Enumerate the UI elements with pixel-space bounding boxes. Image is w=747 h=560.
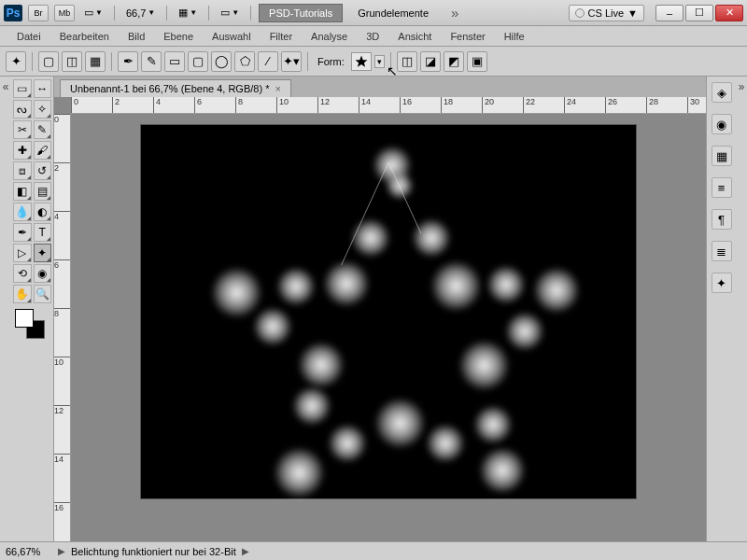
right-panel-strip: ◈ ◉ ▦ ≡ ¶ ≣ ✦ xyxy=(706,77,736,541)
tool-eyedropper[interactable]: ✎ xyxy=(34,120,52,139)
svg-marker-0 xyxy=(355,55,367,66)
tool-wand[interactable]: ✧ xyxy=(34,100,52,119)
document-tab[interactable]: Unbenannt-1 bei 66,7% (Ebene 4, RGB/8) *… xyxy=(60,79,291,97)
status-message: Belichtung funktioniert nur bei 32-Bit xyxy=(71,546,236,557)
panel-presets-icon[interactable]: ✦ xyxy=(712,273,732,293)
menu-bar: Datei Bearbeiten Bild Ebene Auswahl Filt… xyxy=(0,26,747,47)
screen-mode-dropdown[interactable]: ▭▼ xyxy=(80,5,106,21)
zoom-dropdown[interactable]: 66,7▼ xyxy=(122,6,159,21)
panel-adjustments-icon[interactable]: ≡ xyxy=(712,177,732,198)
menu-ebene[interactable]: Ebene xyxy=(154,28,203,45)
pen-icon[interactable]: ✒ xyxy=(118,51,138,72)
color-swatches[interactable] xyxy=(13,307,49,339)
menu-auswahl[interactable]: Auswahl xyxy=(203,28,261,45)
left-collapse-strip[interactable]: « xyxy=(0,77,11,541)
tool-blur[interactable]: 💧 xyxy=(13,203,32,221)
minimize-button[interactable]: – xyxy=(655,5,684,21)
tool-type[interactable]: T xyxy=(34,223,52,242)
custom-shape-icon[interactable]: ✦▾ xyxy=(281,51,302,72)
menu-bearbeiten[interactable]: Bearbeiten xyxy=(50,28,119,45)
tool-gradient[interactable]: ▤ xyxy=(34,182,52,201)
menu-analyse[interactable]: Analyse xyxy=(302,28,357,45)
canvas[interactable] xyxy=(141,125,636,498)
options-bar: ✦ ▢ ◫ ▦ ✒ ✎ ▭ ▢ ◯ ⬠ ∕ ✦▾ Form: ▾ ◫ ◪ ◩ ▣ xyxy=(0,47,747,77)
fill-pixels-icon[interactable]: ▦ xyxy=(85,51,106,72)
polygon-icon[interactable]: ⬠ xyxy=(234,51,255,72)
tool-custom-shape[interactable]: ✦ xyxy=(34,244,52,262)
menu-fenster[interactable]: Fenster xyxy=(441,28,494,45)
chevron-right-icon: » xyxy=(739,80,745,93)
status-arrow2-icon[interactable]: ▶ xyxy=(242,546,249,556)
tool-3d-rotate[interactable]: ⟲ xyxy=(13,264,32,283)
extras-dropdown[interactable]: ▭▼ xyxy=(217,5,243,21)
exclude-icon[interactable]: ▣ xyxy=(467,51,487,72)
freeform-pen-icon[interactable]: ✎ xyxy=(141,51,162,72)
foreground-color[interactable] xyxy=(15,309,34,328)
workspace-more-icon[interactable]: » xyxy=(444,5,466,21)
shape-dropdown-arrow[interactable]: ▾ xyxy=(374,55,385,68)
title-bar: Ps Br Mb ▭▼ 66,7▼ ▦▼ ▭▼ PSD-Tutorials Gr… xyxy=(0,0,747,26)
canvas-viewport[interactable] xyxy=(71,114,706,541)
panel-swatches-icon[interactable]: ▦ xyxy=(712,146,732,166)
shape-layers-icon[interactable]: ▢ xyxy=(38,51,59,72)
tool-3d-orbit[interactable]: ◉ xyxy=(34,264,52,283)
right-collapse-strip[interactable]: » xyxy=(736,77,747,541)
form-label: Form: xyxy=(314,56,348,67)
tool-brush[interactable]: 🖌 xyxy=(34,141,52,160)
ellipse-icon[interactable]: ◯ xyxy=(211,51,232,72)
document-tab-label: Unbenannt-1 bei 66,7% (Ebene 4, RGB/8) * xyxy=(70,83,269,94)
tool-heal[interactable]: ✚ xyxy=(13,141,32,160)
arrange-dropdown[interactable]: ▦▼ xyxy=(175,5,201,21)
menu-3d[interactable]: 3D xyxy=(357,28,388,45)
status-arrow-icon[interactable]: ▶ xyxy=(58,546,65,556)
workspace-grundelemente[interactable]: Grundelemente xyxy=(348,5,438,21)
panel-character-icon[interactable]: ¶ xyxy=(712,209,732,230)
menu-bild[interactable]: Bild xyxy=(119,28,154,45)
tool-stamp[interactable]: ⧈ xyxy=(13,161,32,180)
tool-eraser[interactable]: ◧ xyxy=(13,182,32,201)
tool-history-brush[interactable]: ↺ xyxy=(34,161,52,180)
panel-color-icon[interactable]: ◉ xyxy=(712,114,732,134)
intersect-icon[interactable]: ◩ xyxy=(444,51,464,72)
canvas-column: Unbenannt-1 bei 66,7% (Ebene 4, RGB/8) *… xyxy=(54,77,706,541)
panel-layers-icon[interactable]: ◈ xyxy=(712,82,732,103)
tool-preset-icon[interactable]: ✦ xyxy=(6,51,26,72)
tool-zoom[interactable]: 🔍 xyxy=(34,285,52,303)
workspace-button[interactable]: PSD-Tutorials xyxy=(259,4,343,22)
tool-lasso[interactable]: ᔓ xyxy=(13,100,32,119)
chevron-left-icon: « xyxy=(3,80,9,93)
tool-move[interactable]: ↔ xyxy=(34,79,52,98)
tool-marquee[interactable]: ▭ xyxy=(13,79,32,98)
rounded-rect-icon[interactable]: ▢ xyxy=(188,51,208,72)
tool-dodge[interactable]: ◐ xyxy=(34,203,52,221)
maximize-button[interactable]: ☐ xyxy=(685,5,713,21)
tool-pen[interactable]: ✒ xyxy=(13,223,32,242)
menu-datei[interactable]: Datei xyxy=(7,28,50,45)
photoshop-logo: Ps xyxy=(4,5,22,21)
status-zoom[interactable]: 66,67% xyxy=(6,546,52,557)
menu-filter[interactable]: Filter xyxy=(261,28,302,45)
minibridge-button[interactable]: Mb xyxy=(54,5,75,21)
tool-hand[interactable]: ✋ xyxy=(13,285,32,303)
document-tabs: Unbenannt-1 bei 66,7% (Ebene 4, RGB/8) *… xyxy=(54,77,706,97)
cs-live-button[interactable]: CS Live▼ xyxy=(569,5,644,21)
tool-path-select[interactable]: ▷ xyxy=(13,244,32,262)
ruler-vertical: 0246810121416 xyxy=(54,114,71,541)
rect-icon[interactable]: ▭ xyxy=(164,51,185,72)
combine-icon[interactable]: ◫ xyxy=(397,51,417,72)
tool-crop[interactable]: ✂ xyxy=(13,120,32,139)
close-button[interactable]: ✕ xyxy=(715,5,743,21)
work-area: « ▭↔ ᔓ✧ ✂✎ ✚🖌 ⧈↺ ◧▤ 💧◐ ✒T ▷✦ ⟲◉ ✋🔍 Unben… xyxy=(0,77,747,541)
close-tab-icon[interactable]: × xyxy=(275,83,280,94)
panel-paragraph-icon[interactable]: ≣ xyxy=(712,241,732,261)
subtract-icon[interactable]: ◪ xyxy=(420,51,441,72)
bridge-button[interactable]: Br xyxy=(28,5,49,21)
menu-ansicht[interactable]: Ansicht xyxy=(388,28,441,45)
status-bar: 66,67% ▶ Belichtung funktioniert nur bei… xyxy=(0,541,747,560)
paths-icon[interactable]: ◫ xyxy=(62,51,82,72)
line-icon[interactable]: ∕ xyxy=(258,51,278,72)
ruler-horizontal: 024681012141618202224262830 xyxy=(71,97,706,114)
menu-hilfe[interactable]: Hilfe xyxy=(495,28,534,45)
toolbox: ▭↔ ᔓ✧ ✂✎ ✚🖌 ⧈↺ ◧▤ 💧◐ ✒T ▷✦ ⟲◉ ✋🔍 xyxy=(11,77,54,541)
shape-picker-star[interactable] xyxy=(351,52,372,71)
